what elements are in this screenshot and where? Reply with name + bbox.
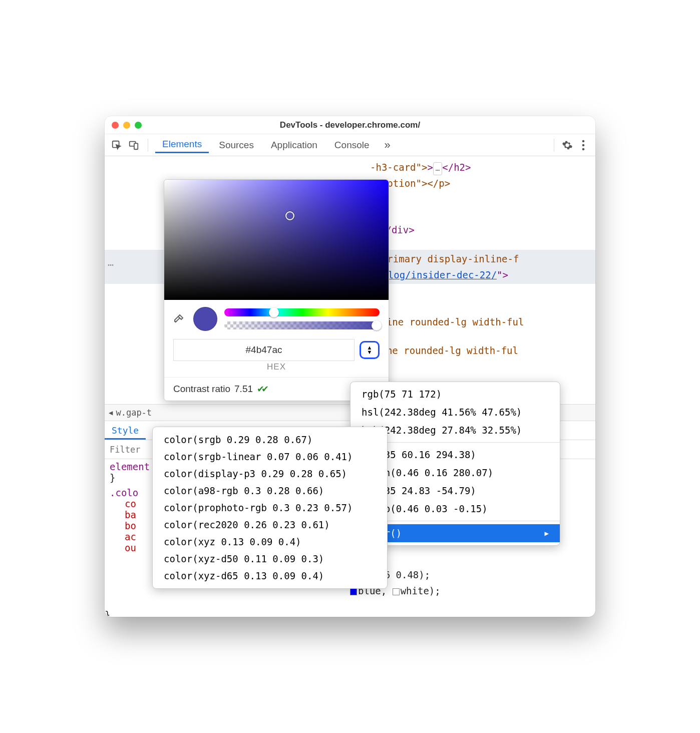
dom-text: -h3-card"> (370, 162, 427, 173)
color-space-option[interactable]: color(display-p3 0.29 0.28 0.65) (153, 465, 387, 482)
breadcrumb-item[interactable]: w.gap-t (116, 408, 152, 418)
dom-text: r-primary display-inline-f (370, 253, 519, 264)
color-space-option[interactable]: color(srgb-linear 0.07 0.06 0.41) (153, 448, 387, 465)
tab-styles[interactable]: Style (105, 421, 146, 440)
color-picker-popup: ▲▼ HEX Contrast ratio 7.51 ✔✔ (164, 179, 389, 401)
double-check-icon: ✔✔ (257, 384, 266, 395)
alpha-slider[interactable] (224, 321, 380, 329)
collapsed-ellipsis-icon[interactable]: ⋯ (108, 256, 115, 273)
css-selector: element (110, 461, 150, 472)
css-prop[interactable]: bo (125, 520, 136, 531)
contrast-label: Contrast ratio (173, 384, 230, 395)
device-toolbar-icon[interactable] (127, 138, 141, 152)
titlebar: DevTools - developer.chrome.com/ (105, 116, 595, 134)
expand-ellipsis-icon[interactable]: … (433, 162, 442, 175)
content-area: -h3-card">>…</h2> -caption"></p> </div> … (105, 156, 595, 617)
color-space-option[interactable]: color(xyz-d50 0.11 0.09 0.3) (153, 550, 387, 567)
css-prop[interactable]: ba (125, 509, 136, 520)
tab-console[interactable]: Console (327, 138, 377, 153)
gear-icon[interactable] (560, 138, 574, 152)
alpha-thumb[interactable] (372, 320, 382, 330)
spectrum-area[interactable] (164, 180, 389, 300)
svg-point-4 (582, 144, 585, 146)
dom-link[interactable]: /blog/insider-dec-22/ (377, 269, 497, 280)
color-space-option[interactable]: color(xyz 0.13 0.09 0.4) (153, 533, 387, 550)
css-value: ); (429, 585, 441, 596)
css-prop[interactable]: ou (125, 542, 136, 553)
kebab-menu-icon[interactable] (576, 138, 590, 152)
css-prop[interactable]: ac (125, 531, 136, 542)
color-space-option[interactable]: color(srgb 0.29 0.28 0.67) (153, 431, 387, 448)
dom-text: line rounded-lg width-ful (375, 345, 518, 356)
devtools-window: DevTools - developer.chrome.com/ Element… (105, 116, 595, 617)
inspect-element-icon[interactable] (110, 138, 124, 152)
tab-elements[interactable]: Elements (155, 137, 209, 153)
color-space-option[interactable]: color(prophoto-rgb 0.3 0.23 0.57) (153, 499, 387, 516)
svg-point-5 (582, 148, 585, 150)
selected-color-swatch (193, 307, 217, 331)
dom-text: </h2> (442, 162, 471, 173)
color-space-submenu: color(srgb 0.29 0.28 0.67)color(srgb-lin… (152, 427, 388, 589)
format-option[interactable]: hsl(242.38deg 41.56% 47.65%) (351, 403, 560, 421)
color-space-option[interactable]: color(xyz-d65 0.13 0.09 0.4) (153, 567, 387, 584)
eyedropper-icon[interactable] (173, 312, 186, 325)
devtools-toolbar: Elements Sources Application Console » (105, 134, 595, 156)
hue-slider[interactable] (224, 308, 380, 316)
spectrum-cursor[interactable] (285, 211, 294, 220)
color-space-option[interactable]: color(a98-rgb 0.3 0.28 0.66) (153, 482, 387, 499)
tab-sources[interactable]: Sources (212, 138, 261, 153)
hex-label: HEX (164, 362, 389, 377)
css-value[interactable]: white (401, 585, 429, 596)
chevron-left-icon[interactable]: ◀ (109, 409, 113, 417)
dom-text: rline rounded-lg width-ful (375, 316, 524, 327)
format-switch-button[interactable]: ▲▼ (360, 341, 380, 359)
css-selector: .colo (110, 487, 138, 498)
color-swatch-icon[interactable] (350, 588, 357, 595)
more-tabs-button[interactable]: » (380, 139, 396, 152)
contrast-value: 7.51 (234, 384, 253, 395)
format-option[interactable]: rgb(75 71 172) (351, 385, 560, 403)
tab-application[interactable]: Application (264, 138, 324, 153)
css-prop[interactable]: co (125, 498, 136, 509)
window-title: DevTools - developer.chrome.com/ (105, 120, 595, 130)
color-swatch-icon[interactable] (393, 588, 400, 595)
hue-thumb[interactable] (269, 307, 279, 317)
svg-point-3 (582, 140, 585, 142)
svg-rect-2 (134, 143, 138, 149)
color-space-option[interactable]: color(rec2020 0.26 0.23 0.61) (153, 516, 387, 533)
hex-input[interactable] (173, 339, 355, 361)
chevron-right-icon: ▶ (545, 529, 549, 537)
